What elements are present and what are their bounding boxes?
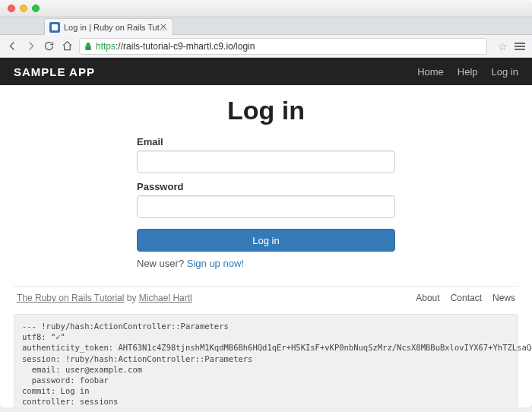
login-button-label: Log in <box>252 235 279 246</box>
footer-divider <box>14 286 518 287</box>
nav-home-link[interactable]: Home <box>417 66 444 78</box>
browser-tabstrip: Log in | Ruby on Rails Tut… <box>0 17 532 35</box>
password-label: Password <box>137 181 395 192</box>
window-minimize-button[interactable] <box>20 5 27 12</box>
footer-contact-link[interactable]: Contact <box>451 293 482 303</box>
footer-tutorial-link[interactable]: The Ruby on Rails Tutorial <box>17 293 124 303</box>
window-maximize-button[interactable] <box>32 5 40 12</box>
app-navbar: SAMPLE APP Home Help Log in <box>0 58 532 85</box>
lock-icon <box>84 42 92 51</box>
signup-prompt: New user? Sign up now! <box>137 258 395 269</box>
browser-tab[interactable]: Log in | Ruby on Rails Tut… <box>44 18 173 35</box>
brand-logo[interactable]: SAMPLE APP <box>14 65 95 78</box>
footer-about-link[interactable]: About <box>416 293 439 303</box>
footer-author-link[interactable]: Michael Hartl <box>139 293 192 303</box>
tab-title: Log in | Ruby on Rails Tut… <box>64 23 168 32</box>
forward-button[interactable] <box>24 40 36 52</box>
new-user-text: New user? <box>137 258 187 269</box>
login-button[interactable]: Log in <box>137 229 395 252</box>
reload-button[interactable] <box>43 40 55 52</box>
signup-link[interactable]: Sign up now! <box>187 258 244 269</box>
footer: The Ruby on Rails Tutorial by Michael Ha… <box>0 291 532 309</box>
email-field[interactable] <box>137 151 395 173</box>
url-scheme: https <box>96 41 116 52</box>
footer-by-text: by <box>124 293 138 303</box>
url-path: ://rails-tutorial-c9-mhartl.c9.io/login <box>116 41 255 52</box>
url-bar[interactable]: https://rails-tutorial-c9-mhartl.c9.io/l… <box>79 38 487 55</box>
window-close-button[interactable] <box>8 5 15 12</box>
nav-login-link[interactable]: Log in <box>492 66 518 78</box>
home-button[interactable] <box>61 40 73 52</box>
browser-menu-button[interactable] <box>514 40 526 52</box>
tab-close-button[interactable] <box>159 22 168 31</box>
window-titlebar <box>0 0 532 17</box>
browser-toolbar: https://rails-tutorial-c9-mhartl.c9.io/l… <box>0 35 532 58</box>
back-button[interactable] <box>6 40 18 52</box>
password-field[interactable] <box>137 195 395 218</box>
footer-news-link[interactable]: News <box>492 293 515 303</box>
svg-rect-0 <box>85 46 91 50</box>
bookmark-star-icon[interactable]: ☆ <box>498 40 508 52</box>
login-form: Email Password Log in New user? Sign up … <box>137 136 395 269</box>
debug-dump: --- !ruby/hash:ActionController::Paramet… <box>14 314 518 407</box>
page-viewport: SAMPLE APP Home Help Log in Log in Email… <box>0 58 532 407</box>
favicon-icon <box>49 22 60 33</box>
email-label: Email <box>137 136 395 147</box>
page-title: Log in <box>61 96 471 125</box>
nav-help-link[interactable]: Help <box>458 66 478 78</box>
